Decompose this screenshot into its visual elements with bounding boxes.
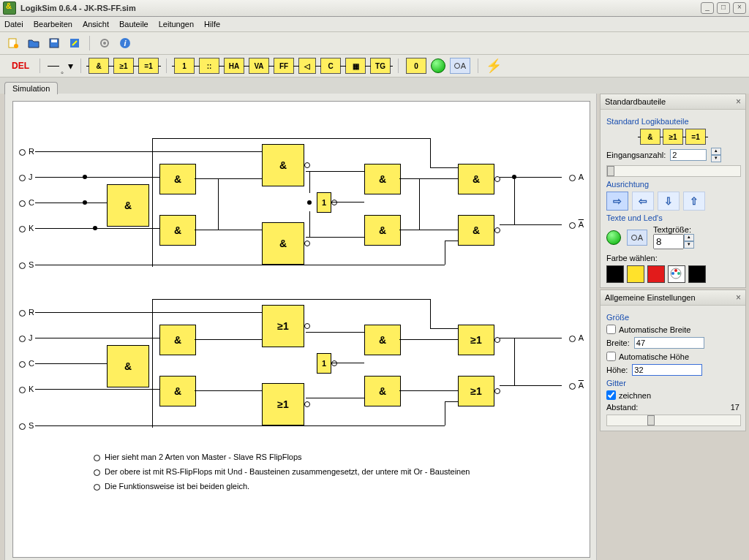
menu-components[interactable]: Bauteile — [119, 20, 148, 29]
tg-tool[interactable]: TG — [370, 58, 391, 74]
draw-grid-checkbox[interactable] — [606, 390, 616, 400]
panel-and-button[interactable]: & — [640, 129, 660, 145]
panel-or-button[interactable]: ≥1 — [663, 129, 683, 145]
save-button[interactable] — [45, 34, 63, 52]
maximize-button[interactable]: □ — [717, 2, 730, 14]
gate-one[interactable]: 1 — [317, 353, 331, 374]
menu-file[interactable]: Datei — [4, 20, 23, 29]
menu-view[interactable]: Ansicht — [83, 20, 109, 29]
height-field[interactable] — [632, 364, 702, 376]
autowidth-checkbox[interactable] — [606, 325, 616, 334]
gate-and[interactable]: & — [262, 144, 304, 186]
input-count-down[interactable]: ▾ — [711, 155, 721, 162]
gate-and[interactable]: & — [458, 164, 494, 194]
edit-button[interactable] — [66, 34, 83, 52]
pin-R[interactable]: R — [19, 147, 34, 156]
gate-and[interactable]: & — [159, 215, 196, 246]
text-size-field[interactable] — [653, 234, 684, 249]
orient-right-button[interactable]: ⇨ — [606, 192, 628, 211]
pin-C2[interactable]: C — [19, 359, 34, 368]
pin-S2[interactable]: S — [19, 421, 34, 430]
zero-tool[interactable]: 0 — [406, 58, 426, 74]
gate-and[interactable]: & — [364, 376, 401, 406]
gate-and[interactable]: & — [458, 215, 494, 246]
gate-and[interactable]: & — [262, 222, 304, 265]
gate-and[interactable]: & — [364, 215, 401, 246]
junction-tool[interactable]: ▾ — [68, 60, 73, 72]
panel-standard-close[interactable]: × — [736, 97, 741, 107]
panel-led-button[interactable] — [606, 230, 621, 245]
pin-K[interactable]: K — [19, 224, 34, 232]
orient-up-button[interactable]: ⇧ — [683, 192, 705, 211]
gate-and[interactable]: & — [107, 345, 149, 387]
input-count-slider[interactable] — [606, 165, 741, 177]
gate-or[interactable]: ≥1 — [262, 305, 304, 347]
width-field[interactable] — [634, 337, 704, 349]
pin-J[interactable]: J — [19, 173, 33, 181]
menu-wires[interactable]: Leitungen — [159, 20, 194, 29]
gate-or[interactable]: ≥1 — [262, 383, 304, 425]
panel-standard: Standardbauteile× Standard Logikbauteile… — [600, 94, 746, 288]
ha-tool[interactable]: HA — [224, 58, 244, 74]
wire-tool[interactable]: ◦ — [48, 66, 64, 67]
pin-S[interactable]: S — [19, 260, 34, 269]
clk-tool[interactable]: C — [320, 58, 341, 74]
pin-J2[interactable]: J — [19, 333, 33, 342]
pin-Ainv-out2[interactable]: A — [569, 381, 584, 390]
schematic-canvas[interactable]: R J C K S A A & & & & & 1 & & & & — [12, 101, 590, 558]
simulate-button[interactable]: ⚡ — [486, 58, 502, 74]
id-gate-tool[interactable]: 1 — [174, 58, 195, 74]
panel-text-button[interactable]: A — [627, 230, 647, 246]
close-button[interactable]: × — [733, 2, 746, 14]
grid-distance-slider[interactable] — [606, 415, 741, 426]
color-label: Farbe wählen: — [606, 254, 739, 262]
gate-one[interactable]: 1 — [317, 192, 331, 213]
orient-down-button[interactable]: ⇩ — [658, 192, 680, 211]
led-tool[interactable] — [431, 58, 445, 73]
panel-xor-button[interactable]: =1 — [685, 129, 706, 145]
gate-and[interactable]: & — [159, 164, 196, 194]
delete-tool[interactable]: DEL — [9, 59, 32, 72]
orient-left-button[interactable]: ⇦ — [632, 192, 654, 211]
or-gate-tool[interactable]: ≥1 — [113, 58, 134, 74]
pin-R2[interactable]: R — [19, 308, 34, 317]
mux-tool[interactable]: ◁ — [298, 58, 316, 74]
gate-and[interactable]: & — [159, 376, 196, 406]
ff-tool[interactable]: FF — [274, 58, 294, 74]
input-count-label: Eingangsanzahl: — [606, 151, 666, 159]
gate-and[interactable]: & — [364, 164, 401, 194]
gate-and[interactable]: & — [364, 325, 401, 355]
mem-tool[interactable]: ▦ — [345, 58, 366, 74]
pin-Ainv-out[interactable]: A — [569, 220, 584, 229]
menu-edit[interactable]: Bearbeiten — [34, 20, 72, 29]
color-yellow[interactable] — [627, 265, 644, 283]
menu-help[interactable]: Hilfe — [204, 20, 220, 29]
xor-gate-tool[interactable]: =1 — [138, 58, 159, 74]
gate-and[interactable]: & — [107, 184, 149, 227]
autoheight-checkbox[interactable] — [606, 352, 616, 361]
open-button[interactable] — [25, 34, 42, 52]
pin-K2[interactable]: K — [19, 385, 34, 393]
pin-A-out2[interactable]: A — [569, 333, 584, 342]
pin-C[interactable]: C — [19, 198, 34, 207]
new-button[interactable] — [4, 34, 22, 52]
color-picker-button[interactable] — [668, 265, 685, 283]
gate-or[interactable]: ≥1 — [458, 376, 494, 406]
gate-and[interactable]: & — [159, 325, 196, 355]
color-black[interactable] — [606, 265, 624, 283]
input-count-up[interactable]: ▴ — [711, 148, 721, 155]
pin-A-out[interactable]: A — [569, 173, 584, 181]
text-tool[interactable]: A — [450, 58, 470, 74]
delay-tool[interactable]: :: — [199, 58, 219, 74]
va-tool[interactable]: VA — [249, 58, 269, 74]
tab-simulation[interactable]: Simulation — [4, 82, 58, 94]
color-red[interactable] — [647, 265, 665, 283]
svg-point-1 — [14, 44, 18, 48]
info-button[interactable]: i — [116, 34, 134, 52]
minimize-button[interactable]: _ — [701, 2, 714, 14]
and-gate-tool[interactable]: & — [89, 58, 109, 74]
gate-or[interactable]: ≥1 — [458, 325, 494, 355]
gear-button[interactable] — [96, 34, 113, 52]
panel-general-close[interactable]: × — [736, 292, 741, 303]
input-count-field[interactable] — [670, 149, 707, 161]
